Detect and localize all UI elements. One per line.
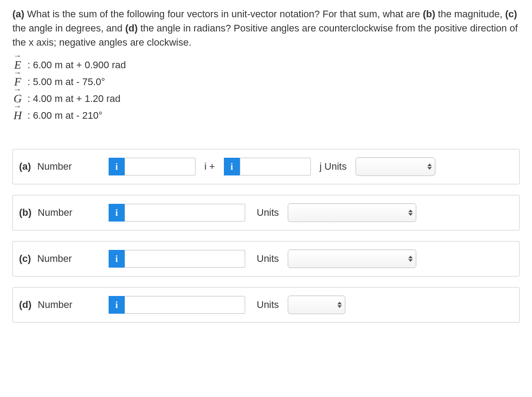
number-label-b: Number	[38, 207, 72, 218]
answer-row-a: (a) Number i i + i j Units	[12, 149, 520, 184]
input-b[interactable]	[125, 204, 245, 222]
j-units-label: j Units	[320, 161, 347, 172]
info-icon[interactable]: i	[224, 158, 240, 175]
q-intro: What is the sum of the following four ve…	[24, 8, 423, 19]
input-d[interactable]	[125, 296, 245, 314]
units-select-c[interactable]	[288, 249, 416, 268]
info-icon[interactable]: i	[109, 204, 125, 222]
answer-row-b: (b) Number i Units	[12, 195, 520, 230]
info-icon[interactable]: i	[109, 296, 125, 314]
number-label-c: Number	[37, 253, 72, 265]
part-b-bold: (b)	[423, 8, 435, 19]
number-label-a: Number	[37, 161, 72, 172]
vector-g: G : 4.00 m at + 1.20 rad	[12, 92, 520, 105]
vector-h: H : 6.00 m at - 210°	[12, 109, 520, 122]
answer-row-d: (d) Number i Units	[12, 287, 520, 323]
units-label-d: Units	[257, 299, 279, 311]
number-label-d: Number	[38, 299, 72, 311]
units-label-b: Units	[257, 207, 279, 218]
answer-row-c: (c) Number i Units	[12, 241, 520, 276]
units-select-d[interactable]	[288, 296, 345, 314]
vector-list: E : 6.00 m at + 0.900 rad F : 5.00 m at …	[12, 58, 520, 122]
vector-f: F : 5.00 m at - 75.0°	[12, 75, 520, 89]
question-text: (a) What is the sum of the following fou…	[12, 7, 520, 50]
input-a-j[interactable]	[240, 158, 311, 175]
vector-e: E : 6.00 m at + 0.900 rad	[12, 58, 520, 72]
vector-h-symbol: H	[12, 109, 23, 122]
info-icon[interactable]: i	[109, 158, 125, 175]
i-plus-label: i +	[204, 161, 215, 172]
part-d-bold: (d)	[125, 23, 137, 34]
input-c[interactable]	[125, 250, 245, 268]
units-select-b[interactable]	[288, 203, 416, 222]
vector-e-desc: : 6.00 m at + 0.900 rad	[27, 59, 126, 71]
part-a-label: (a)	[19, 161, 31, 172]
units-label-c: Units	[257, 253, 279, 265]
q-mid2: the angle in degrees, and	[12, 23, 125, 34]
info-icon[interactable]: i	[109, 250, 125, 268]
part-b-label: (b)	[19, 207, 31, 218]
units-select-a[interactable]	[356, 157, 435, 176]
vector-h-desc: : 6.00 m at - 210°	[27, 110, 102, 121]
input-a-i[interactable]	[125, 158, 196, 175]
part-c-bold: (c)	[505, 8, 517, 19]
part-a-bold: (a)	[12, 8, 24, 19]
vector-f-desc: : 5.00 m at - 75.0°	[27, 76, 105, 88]
part-c-label: (c)	[19, 253, 31, 265]
vector-g-desc: : 4.00 m at + 1.20 rad	[27, 93, 121, 105]
part-d-label: (d)	[19, 299, 31, 311]
q-mid1: the magnitude,	[435, 8, 505, 19]
